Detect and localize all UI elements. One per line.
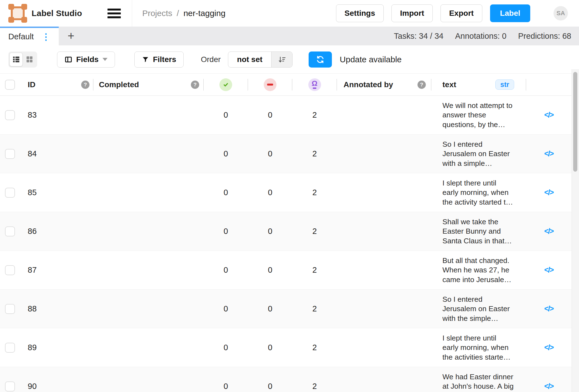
task-text-snippet: Shall we take the Easter Bunny and Santa…	[442, 217, 514, 246]
table-row[interactable]: 87002But all that changed. When he was 2…	[0, 251, 572, 290]
row-checkbox[interactable]	[5, 226, 15, 236]
sort-descending-icon	[278, 55, 286, 64]
settings-button[interactable]: Settings	[336, 4, 384, 22]
column-header-completed[interactable]: Completed	[99, 80, 139, 89]
task-id: 85	[28, 188, 37, 197]
table-row[interactable]: 83002We will not attempt to answer these…	[0, 96, 572, 135]
row-id-cell: 85	[25, 173, 93, 212]
row-completed-cell	[93, 135, 204, 173]
row-skipped-cell: 0	[248, 328, 292, 367]
row-source-cell: </>	[526, 328, 572, 367]
task-text-snippet: We will not attempt to answer these ques…	[442, 101, 514, 129]
accepted-count: 0	[224, 265, 228, 275]
row-text-cell: Shall we take the Easter Bunny and Santa…	[431, 212, 526, 251]
row-select-cell	[0, 328, 25, 367]
help-icon[interactable]: ?	[191, 81, 199, 89]
row-source-cell: </>	[526, 173, 572, 212]
table-row[interactable]: 88002So I entered Jerusalem on Easter wi…	[0, 290, 572, 328]
task-id: 83	[28, 110, 37, 120]
fields-button[interactable]: Fields	[57, 51, 115, 68]
row-skipped-cell: 0	[248, 212, 292, 251]
text-type-badge[interactable]: str	[495, 79, 514, 90]
hamburger-menu-icon[interactable]	[107, 9, 121, 18]
filters-label: Filters	[153, 55, 176, 64]
table-row[interactable]: 90002We had Easter dinner at John's hous…	[0, 367, 572, 392]
row-select-cell	[0, 96, 25, 134]
grid-view-icon	[26, 56, 33, 63]
row-skipped-cell: 0	[248, 135, 292, 173]
row-text-cell: So I entered Jerusalem on Easter with a …	[431, 135, 526, 173]
code-icon[interactable]: </>	[544, 227, 553, 236]
row-id-cell: 90	[25, 367, 93, 392]
fields-label: Fields	[76, 55, 99, 64]
chevron-down-icon	[103, 58, 107, 61]
add-tab-button[interactable]: +	[68, 30, 75, 42]
code-icon[interactable]: </>	[544, 188, 553, 197]
column-header-text[interactable]: text	[442, 80, 456, 89]
skipped-count: 0	[268, 304, 272, 313]
skipped-count: 0	[268, 188, 272, 197]
table-row[interactable]: 84002So I entered Jerusalem on Easter wi…	[0, 135, 572, 173]
import-button[interactable]: Import	[391, 4, 433, 22]
table-row[interactable]: 85002I slept there until early morning, …	[0, 173, 572, 212]
vertical-scrollbar[interactable]	[572, 69, 579, 392]
row-annotated-by-cell	[337, 212, 431, 251]
scrollbar-thumb[interactable]	[573, 72, 577, 172]
row-predictions-cell: 2	[292, 328, 337, 367]
filters-button[interactable]: Filters	[134, 51, 184, 68]
code-icon[interactable]: </>	[544, 343, 553, 352]
header-actions: Settings Import Export Label SA	[336, 4, 568, 22]
row-checkbox[interactable]	[5, 149, 15, 159]
row-select-cell	[0, 251, 25, 289]
row-completed-cell	[93, 290, 204, 328]
row-checkbox[interactable]	[5, 304, 15, 314]
row-select-cell	[0, 135, 25, 173]
column-header-annotated-by[interactable]: Annotated by	[344, 80, 393, 89]
task-text-snippet: I slept there until early morning, when …	[442, 333, 514, 362]
predictions-icon[interactable]: Ω	[308, 78, 321, 91]
table-row[interactable]: 89002I slept there until early morning, …	[0, 328, 572, 367]
row-annotated-by-cell	[337, 135, 431, 173]
column-header-id[interactable]: ID	[28, 80, 35, 89]
refresh-button[interactable]	[309, 51, 332, 68]
row-checkbox[interactable]	[5, 265, 15, 275]
task-text-snippet: We had Easter dinner at John's house. A …	[442, 372, 514, 392]
tab-default[interactable]: Default ⋮	[0, 27, 59, 45]
table-row[interactable]: 86002Shall we take the Easter Bunny and …	[0, 212, 572, 251]
accepted-count: 0	[224, 304, 228, 313]
help-icon[interactable]: ?	[417, 81, 426, 89]
export-button[interactable]: Export	[440, 4, 482, 22]
row-skipped-cell: 0	[248, 290, 292, 328]
avatar[interactable]: SA	[554, 6, 568, 20]
code-icon[interactable]: </>	[544, 149, 553, 158]
code-icon[interactable]: </>	[544, 382, 553, 391]
row-checkbox[interactable]	[5, 381, 15, 391]
app-title: Label Studio	[32, 9, 82, 18]
grid-view-button[interactable]	[23, 53, 36, 66]
accepted-count: 0	[224, 149, 228, 158]
row-checkbox[interactable]	[5, 343, 15, 353]
annotations-accepted-icon[interactable]	[219, 78, 232, 91]
help-icon[interactable]: ?	[81, 81, 89, 89]
code-icon[interactable]: </>	[544, 266, 553, 274]
code-icon[interactable]: </>	[544, 111, 553, 119]
row-accepted-cell: 0	[204, 251, 248, 289]
select-all-checkbox[interactable]	[5, 80, 15, 90]
label-button[interactable]: Label	[490, 4, 530, 22]
view-toggle	[8, 51, 37, 68]
breadcrumb-projects[interactable]: Projects	[142, 9, 172, 18]
order-control: not set	[228, 51, 293, 68]
annotations-skipped-icon[interactable]	[264, 78, 276, 91]
order-value-dropdown[interactable]: not set	[228, 52, 271, 67]
row-annotated-by-cell	[337, 173, 431, 212]
order-label: Order	[201, 55, 221, 64]
list-view-button[interactable]	[9, 53, 23, 66]
code-icon[interactable]: </>	[544, 305, 553, 313]
row-checkbox[interactable]	[5, 188, 15, 198]
label-studio-logo-icon[interactable]	[8, 4, 27, 23]
row-annotated-by-cell	[337, 367, 431, 392]
tab-menu-kebab-icon[interactable]: ⋮	[42, 32, 50, 41]
row-skipped-cell: 0	[248, 173, 292, 212]
sort-direction-button[interactable]	[271, 52, 292, 67]
row-checkbox[interactable]	[5, 110, 15, 120]
